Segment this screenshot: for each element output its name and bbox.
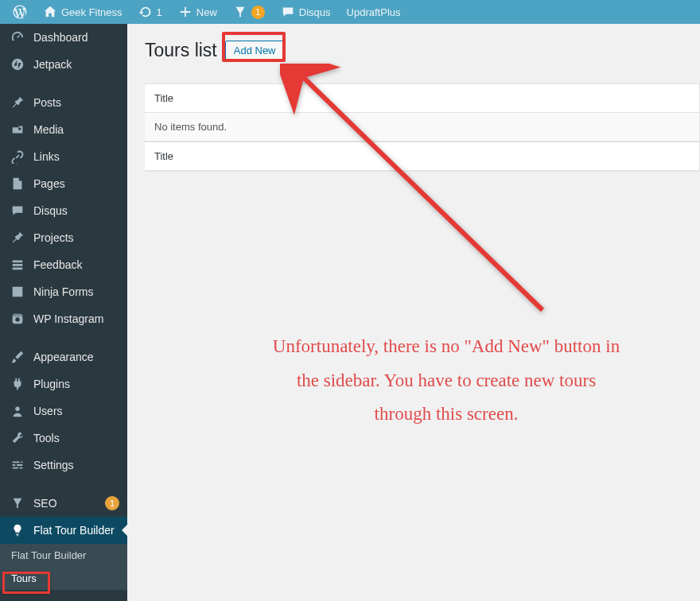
col-title-label: Title <box>154 150 173 162</box>
yoast-icon <box>10 496 25 510</box>
wp-logo-item[interactable] <box>6 0 33 24</box>
sidebar-item-label: Feedback <box>33 258 119 271</box>
submenu-label: Flat Tour Builder <box>11 549 86 561</box>
user-icon <box>10 404 25 418</box>
sidebar-item-pages[interactable]: Pages <box>0 170 127 197</box>
yoast-item[interactable]: 1 <box>227 0 271 24</box>
plus-icon <box>178 5 192 19</box>
sidebar-item-label: Settings <box>33 459 119 471</box>
seo-badge: 1 <box>105 496 119 510</box>
dashboard-icon <box>10 30 25 45</box>
sidebar-item-instagram[interactable]: WP Instagram <box>0 305 127 332</box>
sidebar-item-settings[interactable]: Settings <box>0 452 127 479</box>
page-icon <box>10 176 25 191</box>
sidebar-item-disqus[interactable]: Disqus <box>0 197 127 224</box>
empty-text: No items found. <box>154 121 227 133</box>
submenu-item-ftb[interactable]: Flat Tour Builder <box>0 544 127 567</box>
sidebar-item-label: Posts <box>33 96 119 109</box>
updraft-label: UpdraftPlus <box>347 6 401 18</box>
updates-item[interactable]: 1 <box>132 0 169 24</box>
sidebar-item-label: Ninja Forms <box>33 285 119 298</box>
sidebar-item-label: Tools <box>33 432 119 444</box>
page-header: Tours list Add New <box>145 40 700 61</box>
sidebar-item-media[interactable]: Media <box>0 116 127 143</box>
menu-separator <box>0 78 127 89</box>
disqus-label: Disqus <box>299 6 331 18</box>
submenu-item-tours[interactable]: Tours <box>0 567 127 590</box>
sidebar-item-label: Disqus <box>33 204 119 217</box>
table-empty-row: No items found. <box>145 113 699 142</box>
sidebar-item-posts[interactable]: Posts <box>0 89 127 116</box>
submenu-flat-tour-builder: Flat Tour Builder Tours <box>0 544 127 590</box>
pin-icon <box>10 231 25 245</box>
jetpack-icon <box>10 57 25 72</box>
site-name-label: Geek Fitness <box>61 6 122 18</box>
sidebar-item-label: Pages <box>33 177 119 190</box>
sidebar-item-label: SEO <box>33 497 97 510</box>
sidebar-item-dashboard[interactable]: Dashboard <box>0 24 127 51</box>
comment-icon <box>10 204 25 218</box>
sidebar-item-label: Appearance <box>33 351 119 363</box>
submenu-label: Tours <box>11 572 37 584</box>
menu-separator <box>0 332 127 343</box>
admin-sidebar: Dashboard Jetpack Posts Media Links Page… <box>0 24 127 601</box>
sidebar-item-label: WP Instagram <box>33 312 119 325</box>
svg-point-2 <box>15 317 19 321</box>
sidebar-item-label: Links <box>33 150 119 163</box>
svg-point-0 <box>12 59 23 70</box>
updates-count: 1 <box>157 6 162 18</box>
sidebar-item-flat-tour-builder[interactable]: Flat Tour Builder <box>0 517 127 544</box>
svg-point-4 <box>15 407 19 411</box>
col-title-label: Title <box>154 92 173 104</box>
sidebar-item-projects[interactable]: Projects <box>0 224 127 251</box>
sidebar-item-label: Plugins <box>33 378 119 390</box>
sidebar-item-label: Flat Tour Builder <box>33 524 119 537</box>
wordpress-icon <box>13 5 27 19</box>
sidebar-item-links[interactable]: Links <box>0 143 127 170</box>
sidebar-item-ninja[interactable]: Ninja Forms <box>0 278 127 305</box>
disqus-item[interactable]: Disqus <box>274 0 337 24</box>
sliders-icon <box>10 458 25 472</box>
refresh-icon <box>138 5 153 19</box>
sidebar-item-jetpack[interactable]: Jetpack <box>0 51 127 78</box>
tours-table: Title No items found. Title <box>145 83 700 171</box>
table-header[interactable]: Title <box>145 84 699 113</box>
annotation-text: Unfortunately, there is no "Add New" but… <box>267 330 625 432</box>
form-icon <box>10 285 25 299</box>
new-item[interactable]: New <box>172 0 224 24</box>
instagram-icon <box>10 312 25 326</box>
sidebar-item-plugins[interactable]: Plugins <box>0 370 127 397</box>
menu-separator <box>0 479 127 490</box>
sidebar-item-label: Media <box>33 123 119 136</box>
sidebar-item-label: Dashboard <box>33 31 119 44</box>
sidebar-item-label: Projects <box>33 231 119 244</box>
sidebar-item-seo[interactable]: SEO 1 <box>0 490 127 517</box>
new-label: New <box>196 6 217 18</box>
admin-bar: Geek Fitness 1 New 1 Disqus UpdraftPlus <box>0 0 700 24</box>
pin-icon <box>10 95 25 110</box>
site-name-item[interactable]: Geek Fitness <box>37 0 129 24</box>
list-icon <box>10 258 25 272</box>
lightbulb-icon <box>10 523 25 537</box>
yoast-badge: 1 <box>251 6 265 19</box>
media-icon <box>10 122 25 137</box>
yoast-icon <box>233 5 247 19</box>
content-area: Tours list Add New Title No items found.… <box>127 24 700 601</box>
sidebar-item-tools[interactable]: Tools <box>0 425 127 452</box>
updraft-item[interactable]: UpdraftPlus <box>340 0 407 24</box>
comment-icon <box>281 5 295 19</box>
page-title: Tours list <box>145 40 217 61</box>
sidebar-item-label: Jetpack <box>33 58 119 71</box>
link-icon <box>10 149 25 164</box>
sidebar-item-feedback[interactable]: Feedback <box>0 251 127 278</box>
wrench-icon <box>10 431 25 445</box>
table-footer[interactable]: Title <box>145 142 699 170</box>
brush-icon <box>10 350 25 364</box>
plug-icon <box>10 377 25 391</box>
sidebar-item-users[interactable]: Users <box>0 397 127 425</box>
sidebar-item-appearance[interactable]: Appearance <box>0 343 127 370</box>
sidebar-item-label: Users <box>33 405 119 417</box>
home-icon <box>43 5 57 19</box>
svg-rect-3 <box>13 314 23 317</box>
add-new-button[interactable]: Add New <box>225 41 285 60</box>
